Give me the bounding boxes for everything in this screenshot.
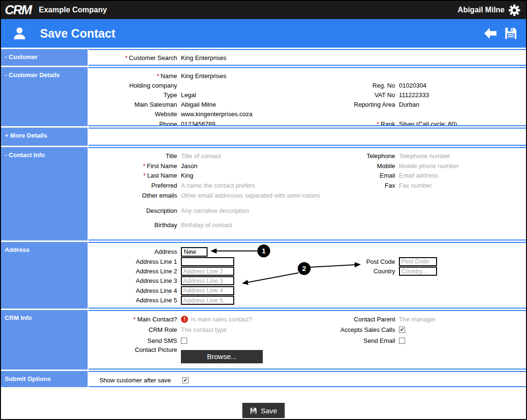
customer-search-label: *Customer Search	[89, 54, 181, 61]
top-bar-right: Abigail Milne	[457, 4, 520, 16]
other-emails-row: Other emails Other email addresses separ…	[89, 190, 526, 200]
save-button[interactable]: Save	[242, 403, 285, 418]
preferred-label: Preferred	[89, 182, 181, 189]
first-name-label: *First Name	[89, 162, 181, 170]
address-line-1-input[interactable]	[181, 257, 234, 266]
description-row: Description Any narrative description	[89, 207, 526, 217]
user-name[interactable]: Abigail Milne	[457, 6, 505, 14]
address-line-4-row: Address Line 4	[89, 286, 526, 295]
name-value[interactable]: King Enterprises	[181, 72, 226, 80]
sidebar-item-customer-details[interactable]: -Customer Details	[1, 67, 88, 126]
accepts-sales-calls-label: Accepts Sales Calls	[268, 326, 399, 333]
accepts-sales-calls-checkbox[interactable]: ✔	[399, 327, 405, 333]
main-salesman-value[interactable]: Abigail Milne	[181, 101, 216, 108]
description-field[interactable]: Any narrative description	[181, 207, 249, 214]
show-customer-checkbox[interactable]: ✔	[182, 377, 189, 383]
email-field[interactable]: Email address	[399, 172, 438, 179]
sidebar-item-customer[interactable]: -Customer	[1, 49, 88, 66]
email-row: Email Email address	[268, 171, 526, 181]
section-customer-details: -Customer Details *Name King Enterprises…	[1, 67, 526, 126]
address-line-2-label: Address Line 2	[89, 268, 181, 275]
address-line-5-input[interactable]	[181, 296, 234, 305]
company-name: Example Company	[39, 6, 107, 14]
customer-search-value[interactable]: King Enterprises	[181, 54, 226, 61]
reporting-area-label: Reporting Area	[268, 101, 399, 108]
address-line-4-label: Address Line 4	[89, 287, 181, 294]
crm-role-label: CRM Role	[89, 326, 181, 333]
reporting-area-value[interactable]: Durban	[399, 101, 419, 108]
vat-no-value[interactable]: 111222333	[399, 91, 429, 99]
sidebar-item-more-details[interactable]: +More Details	[1, 128, 88, 146]
telephone-label: Telephone	[268, 152, 399, 160]
top-bar: CRM Example Company Abigail Milne	[1, 1, 526, 19]
vat-no-row: VAT No 111222333	[268, 90, 526, 100]
alert-exclamation-icon: !	[181, 316, 188, 323]
birthday-field[interactable]: Birthday of contact	[181, 221, 232, 229]
other-emails-field[interactable]: Other email addresses separated with sem…	[181, 192, 320, 199]
send-email-row: Send Email	[268, 335, 526, 346]
birthday-label: Birthday	[89, 221, 181, 229]
section-more-details: +More Details	[1, 128, 526, 146]
reg-no-row: Reg. No 01020304	[268, 80, 526, 90]
required-marker: *	[143, 162, 145, 170]
address-line-4-input[interactable]	[181, 286, 234, 295]
title-field[interactable]: Title of contact	[181, 152, 221, 160]
address-line-3-label: Address Line 3	[89, 277, 181, 284]
type-value[interactable]: Legal	[181, 91, 196, 99]
send-sms-checkbox[interactable]	[181, 338, 187, 344]
address-line-3-input[interactable]	[181, 276, 234, 285]
reg-no-value[interactable]: 01020304	[399, 82, 427, 89]
save-button-label: Save	[261, 407, 277, 415]
fax-field[interactable]: Fax number	[399, 182, 432, 189]
address-line-3-row: Address Line 3	[89, 276, 526, 286]
settings-gear-icon[interactable]	[508, 4, 520, 16]
post-code-row: Post Code	[268, 257, 526, 266]
contact-parent-row: Contact Parent The manager	[268, 314, 526, 325]
preferred-field[interactable]: A name the contact prefers	[181, 182, 255, 189]
main-contact-field[interactable]: Is main sales contact?	[191, 316, 252, 323]
country-input[interactable]	[399, 267, 437, 276]
required-marker: *	[125, 54, 128, 61]
crm-role-field[interactable]: The contact type	[181, 326, 227, 333]
address-line-2-input[interactable]	[181, 267, 234, 276]
last-name-value[interactable]: King	[181, 172, 193, 179]
website-label: Website	[89, 110, 181, 118]
section-crm-info: CRM Info *Main Contact? ! Is main sales …	[1, 310, 526, 370]
address-line-5-row: Address Line 5	[89, 296, 526, 305]
spacer-row	[268, 71, 526, 80]
main-salesman-label: Main Salesman	[89, 101, 181, 108]
sidebar-item-submit-options[interactable]: Submit Options	[1, 371, 88, 387]
mobile-row: Mobile Mobile phone number	[268, 161, 526, 171]
sidebar-item-contact-info[interactable]: -Contact Info	[1, 147, 88, 240]
crm-app-window: CRM Example Company Abigail Milne	[0, 0, 527, 420]
save-header-icon[interactable]	[504, 27, 517, 40]
back-icon[interactable]	[483, 27, 497, 40]
customer-panel: *Customer Search King Enterprises	[89, 49, 526, 66]
browse-button[interactable]: Browse...	[181, 350, 263, 363]
phone-value[interactable]: 0123456789	[181, 120, 215, 126]
post-code-label: Post Code	[268, 258, 399, 265]
fax-row: Fax Fax number	[268, 180, 526, 190]
save-floppy-icon	[250, 407, 257, 414]
more-details-panel	[89, 128, 526, 146]
send-email-checkbox[interactable]	[399, 338, 405, 344]
page-title: Save Contact	[40, 27, 115, 40]
spacer-row	[268, 247, 526, 257]
first-name-value[interactable]: Jason	[181, 162, 198, 170]
address-line-5-label: Address Line 5	[89, 297, 181, 304]
mobile-field[interactable]: Mobile phone number	[399, 162, 459, 170]
show-customer-label: Show customer after save	[89, 377, 175, 384]
contact-parent-label: Contact Parent	[268, 316, 399, 323]
telephone-field[interactable]: Telephone number	[399, 152, 450, 160]
description-label: Description	[89, 207, 181, 214]
sidebar-item-crm-info[interactable]: CRM Info	[1, 310, 88, 370]
contact-parent-field[interactable]: The manager	[399, 316, 436, 323]
sidebar-item-address[interactable]: Address	[1, 242, 88, 309]
customer-details-panel: *Name King Enterprises Holding company T…	[89, 67, 526, 126]
address-select[interactable]: New	[181, 247, 208, 257]
vat-no-label: VAT No	[268, 91, 399, 99]
post-code-input[interactable]	[399, 257, 437, 266]
main-contact-label: *Main Contact?	[89, 316, 181, 323]
website-value[interactable]: www.kingenterprises.coza	[181, 110, 252, 118]
telephone-row: Telephone Telephone number	[268, 151, 526, 161]
